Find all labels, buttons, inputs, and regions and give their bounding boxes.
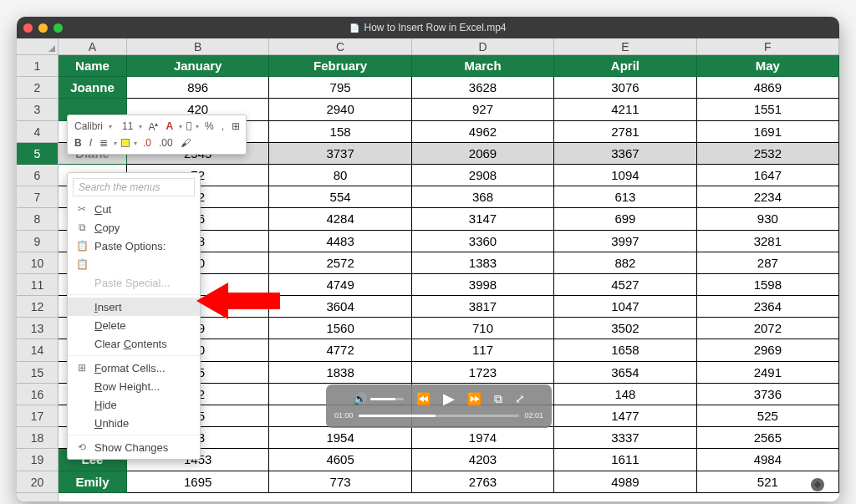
volume-control[interactable]: 🔊	[353, 392, 404, 405]
column-header-F[interactable]: F	[697, 38, 839, 54]
cell[interactable]: 1477	[554, 405, 696, 427]
cell[interactable]: 4989	[554, 471, 696, 493]
cells-icon[interactable]: ⊞	[230, 120, 242, 132]
cell[interactable]: 2908	[412, 165, 554, 186]
cell[interactable]: 3654	[554, 362, 696, 384]
row-header-13[interactable]: 13	[17, 318, 58, 339]
context-menu-item[interactable]: ⊞Format Cells...	[68, 359, 200, 377]
volume-icon[interactable]: 🔊	[353, 392, 367, 405]
cell[interactable]: 930	[697, 208, 839, 230]
cell[interactable]: 1094	[554, 165, 696, 186]
row-header-2[interactable]: 2	[17, 77, 58, 99]
cell[interactable]: 699	[554, 208, 696, 230]
cell[interactable]: 2763	[412, 471, 554, 493]
cell[interactable]: 2532	[697, 143, 839, 165]
cell[interactable]: 554	[269, 186, 411, 208]
cell[interactable]: 4527	[554, 274, 696, 296]
cell[interactable]: 158	[269, 121, 411, 143]
row-header-17[interactable]: 17	[17, 405, 58, 427]
cell[interactable]: 1560	[269, 318, 411, 339]
format-painter-icon[interactable]: 🖌	[179, 137, 192, 149]
cell[interactable]: 4869	[697, 77, 839, 99]
cell[interactable]: 2069	[412, 143, 554, 165]
row-header-5[interactable]: 5	[17, 143, 58, 165]
cell[interactable]: May	[697, 55, 839, 77]
cell[interactable]: 773	[269, 471, 411, 493]
column-header-A[interactable]: A	[59, 38, 127, 54]
row-header-9[interactable]: 9	[17, 231, 58, 252]
cell[interactable]: 3817	[412, 296, 554, 318]
cell[interactable]: 795	[269, 77, 411, 99]
increase-decimal-icon[interactable]: .00	[157, 137, 175, 149]
forward-icon[interactable]: ⏩	[467, 392, 482, 405]
cell[interactable]: 1383	[412, 252, 554, 274]
increase-font-icon[interactable]: A▴	[146, 120, 160, 133]
cell[interactable]: 368	[412, 186, 554, 208]
cell[interactable]: 4984	[697, 449, 839, 471]
cell[interactable]: 1611	[554, 449, 696, 471]
cell[interactable]: 2572	[269, 252, 411, 274]
row-header-10[interactable]: 10	[17, 252, 58, 274]
cell[interactable]: 4605	[269, 449, 411, 471]
row-header-11[interactable]: 11	[17, 274, 58, 296]
cell[interactable]: 1047	[554, 296, 696, 318]
context-menu-item[interactable]: Unhide	[68, 414, 200, 432]
cell[interactable]: March	[412, 55, 554, 77]
fullscreen-icon[interactable]: ⤢	[515, 392, 525, 405]
cell[interactable]: 3502	[554, 318, 696, 339]
cell[interactable]: 927	[412, 99, 554, 120]
context-menu-item[interactable]: ✂Cut	[68, 200, 200, 218]
column-header-E[interactable]: E	[554, 38, 696, 54]
cell[interactable]: 1838	[269, 362, 411, 384]
context-menu-item[interactable]: 📋Paste Options:	[68, 237, 200, 255]
seek-bar[interactable]	[359, 415, 520, 417]
cell[interactable]: Name	[59, 55, 127, 77]
pip-icon[interactable]: ⧉	[494, 392, 502, 406]
row-header-12[interactable]: 12	[17, 296, 58, 318]
close-window-button[interactable]	[23, 23, 33, 33]
row-header-7[interactable]: 7	[17, 186, 58, 208]
cell[interactable]: 2072	[697, 318, 839, 339]
context-menu-item[interactable]: Row Height...	[68, 377, 200, 395]
cell[interactable]: 882	[554, 252, 696, 274]
cell[interactable]: 1658	[554, 339, 696, 361]
font-name[interactable]: Calibri	[73, 120, 104, 132]
decrease-decimal-icon[interactable]: .0	[141, 137, 153, 149]
row-header-8[interactable]: 8	[17, 208, 58, 230]
cell[interactable]: 3337	[554, 427, 696, 449]
context-menu-item[interactable]: Clear Contents	[68, 334, 200, 353]
cell[interactable]: 117	[412, 339, 554, 361]
maximize-window-button[interactable]	[54, 23, 63, 33]
row-header-16[interactable]: 16	[17, 384, 58, 405]
context-menu-search[interactable]: Search the menus	[73, 178, 195, 196]
cell[interactable]: 80	[269, 165, 411, 186]
font-size[interactable]: 11	[120, 120, 135, 132]
cell[interactable]: April	[554, 55, 696, 77]
cell[interactable]: 613	[554, 186, 696, 208]
column-header-B[interactable]: B	[127, 38, 269, 54]
play-icon[interactable]: ▶	[443, 389, 455, 408]
minimize-window-button[interactable]	[38, 23, 48, 33]
row-header-4[interactable]: 4	[17, 121, 58, 143]
percent-icon[interactable]: %	[203, 120, 216, 132]
context-menu-item[interactable]: Delete	[68, 316, 200, 334]
context-menu-item[interactable]: Hide	[68, 395, 200, 414]
cell[interactable]: 896	[127, 77, 269, 99]
cell[interactable]: 3998	[412, 274, 554, 296]
cell[interactable]: 3367	[554, 143, 696, 165]
row-header-3[interactable]: 3	[17, 99, 58, 120]
cell[interactable]: 3281	[697, 231, 839, 252]
cell[interactable]: 2940	[269, 99, 411, 120]
cell[interactable]: 1695	[127, 471, 269, 493]
cell[interactable]: 4772	[269, 339, 411, 361]
italic-icon[interactable]: I	[88, 137, 94, 149]
font-color-icon[interactable]: A	[164, 120, 175, 132]
row-header-15[interactable]: 15	[17, 362, 58, 384]
cell[interactable]: Emily	[59, 471, 127, 493]
table-row[interactable]: NameJanuaryFebruaryMarchAprilMay	[59, 55, 839, 77]
comma-icon[interactable]: ,	[220, 120, 226, 132]
cell[interactable]: 1551	[697, 99, 839, 120]
context-menu-item[interactable]: ⧉Copy	[68, 218, 200, 237]
cell[interactable]: 2234	[697, 186, 839, 208]
row-header-1[interactable]: 1	[17, 55, 58, 77]
